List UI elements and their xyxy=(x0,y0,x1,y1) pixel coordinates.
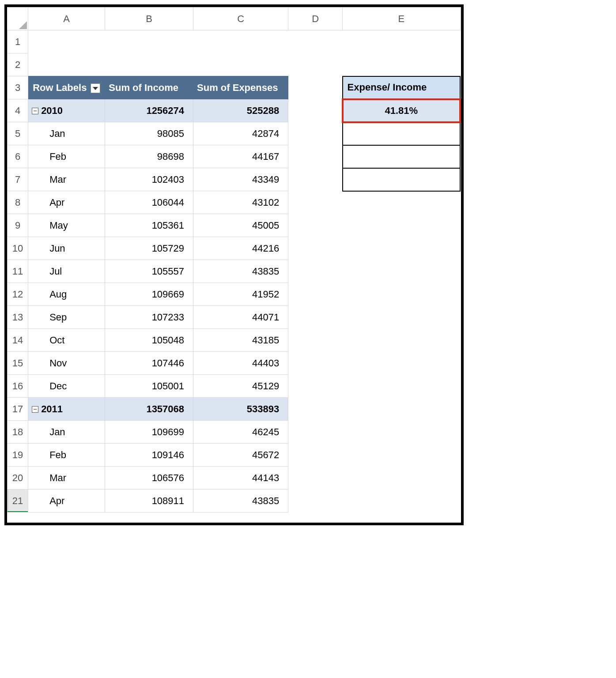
col-header-E[interactable]: E xyxy=(343,8,460,30)
income-cell[interactable]: 105001 xyxy=(105,375,193,398)
month-label[interactable]: Jun xyxy=(28,237,105,260)
row-header-18[interactable]: 18 xyxy=(8,421,28,444)
pivot-header-expenses[interactable]: Sum of Expenses xyxy=(193,76,288,99)
cell-A1[interactable] xyxy=(28,30,105,53)
row-header-8[interactable]: 8 xyxy=(8,191,28,214)
collapse-icon[interactable]: − xyxy=(32,108,38,114)
income-2010[interactable]: 1256274 xyxy=(105,99,193,122)
cell-B2[interactable] xyxy=(105,53,193,76)
cell-D6[interactable] xyxy=(288,145,343,168)
cell-E10[interactable] xyxy=(343,237,460,260)
cell-C2[interactable] xyxy=(193,53,288,76)
ratio-value-2[interactable] xyxy=(343,122,460,145)
row-header-12[interactable]: 12 xyxy=(8,283,28,306)
month-label[interactable]: Jul xyxy=(28,260,105,283)
income-cell[interactable]: 105557 xyxy=(105,260,193,283)
col-header-B[interactable]: B xyxy=(105,8,193,30)
month-label[interactable]: Apr xyxy=(28,191,105,214)
pivot-group-2011[interactable]: −2011 xyxy=(28,398,105,421)
row-labels-filter-dropdown[interactable] xyxy=(91,83,100,93)
pivot-header-row-labels[interactable]: Row Labels xyxy=(28,76,105,99)
row-header-2[interactable]: 2 xyxy=(8,53,28,76)
expense-cell[interactable]: 44071 xyxy=(193,306,288,329)
cell-E17[interactable] xyxy=(343,398,460,421)
cell-D16[interactable] xyxy=(288,375,343,398)
income-cell[interactable]: 105729 xyxy=(105,237,193,260)
month-label[interactable]: Sep xyxy=(28,306,105,329)
row-header-15[interactable]: 15 xyxy=(8,352,28,375)
cell-E9[interactable] xyxy=(343,214,460,237)
row-header-11[interactable]: 11 xyxy=(8,260,28,283)
cell-D9[interactable] xyxy=(288,214,343,237)
month-label[interactable]: Mar xyxy=(28,467,105,490)
row-header-16[interactable]: 16 xyxy=(8,375,28,398)
row-header-1[interactable]: 1 xyxy=(8,30,28,53)
row-header-19[interactable]: 19 xyxy=(8,444,28,467)
month-label[interactable]: Dec xyxy=(28,375,105,398)
cell-D20[interactable] xyxy=(288,467,343,490)
income-cell[interactable]: 105048 xyxy=(105,329,193,352)
cell-E12[interactable] xyxy=(343,283,460,306)
cell-E13[interactable] xyxy=(343,306,460,329)
cell-D17[interactable] xyxy=(288,398,343,421)
row-header-13[interactable]: 13 xyxy=(8,306,28,329)
row-header-5[interactable]: 5 xyxy=(8,122,28,145)
row-header-21[interactable]: 21 xyxy=(8,490,28,512)
cell-D21[interactable] xyxy=(288,490,343,512)
cell-E1[interactable] xyxy=(343,30,460,53)
ratio-value-4[interactable] xyxy=(343,168,460,191)
income-2011[interactable]: 1357068 xyxy=(105,398,193,421)
income-cell[interactable]: 107233 xyxy=(105,306,193,329)
income-cell[interactable]: 106044 xyxy=(105,191,193,214)
cell-D4[interactable] xyxy=(288,99,343,122)
cell-D1[interactable] xyxy=(288,30,343,53)
cell-E21[interactable] xyxy=(343,490,460,512)
cell-B1[interactable] xyxy=(105,30,193,53)
row-header-17[interactable]: 17 xyxy=(8,398,28,421)
income-cell[interactable]: 109669 xyxy=(105,283,193,306)
expense-cell[interactable]: 43349 xyxy=(193,168,288,191)
cell-E20[interactable] xyxy=(343,467,460,490)
cell-E16[interactable] xyxy=(343,375,460,398)
cell-D5[interactable] xyxy=(288,122,343,145)
cell-A2[interactable] xyxy=(28,53,105,76)
row-header-20[interactable]: 20 xyxy=(8,467,28,490)
row-header-9[interactable]: 9 xyxy=(8,214,28,237)
col-header-D[interactable]: D xyxy=(288,8,343,30)
cell-D7[interactable] xyxy=(288,168,343,191)
income-cell[interactable]: 106576 xyxy=(105,467,193,490)
expense-cell[interactable]: 45129 xyxy=(193,375,288,398)
month-label[interactable]: Feb xyxy=(28,444,105,467)
row-header-7[interactable]: 7 xyxy=(8,168,28,191)
select-all-corner[interactable] xyxy=(8,8,28,30)
month-label[interactable]: Mar xyxy=(28,168,105,191)
expense-cell[interactable]: 44403 xyxy=(193,352,288,375)
expense-cell[interactable]: 44216 xyxy=(193,237,288,260)
cell-E11[interactable] xyxy=(343,260,460,283)
cell-E8[interactable] xyxy=(343,191,460,214)
cell-D15[interactable] xyxy=(288,352,343,375)
cell-C1[interactable] xyxy=(193,30,288,53)
expense-cell[interactable]: 43835 xyxy=(193,490,288,512)
cell-E15[interactable] xyxy=(343,352,460,375)
ratio-value-1[interactable]: 41.81% xyxy=(343,99,460,122)
ratio-value-3[interactable] xyxy=(343,145,460,168)
month-label[interactable]: Feb xyxy=(28,145,105,168)
income-cell[interactable]: 105361 xyxy=(105,214,193,237)
expense-cell[interactable]: 45005 xyxy=(193,214,288,237)
cell-D2[interactable] xyxy=(288,53,343,76)
spreadsheet-grid[interactable]: A B C D E 1 2 3 Row Labels Sum of Income… xyxy=(7,7,461,512)
pivot-group-2010[interactable]: −2010 xyxy=(28,99,105,122)
month-label[interactable]: Oct xyxy=(28,329,105,352)
month-label[interactable]: Jan xyxy=(28,122,105,145)
income-cell[interactable]: 107446 xyxy=(105,352,193,375)
cell-D11[interactable] xyxy=(288,260,343,283)
expense-cell[interactable]: 43835 xyxy=(193,260,288,283)
expense-cell[interactable]: 45672 xyxy=(193,444,288,467)
cell-D14[interactable] xyxy=(288,329,343,352)
cell-D10[interactable] xyxy=(288,237,343,260)
row-header-3[interactable]: 3 xyxy=(8,76,28,99)
col-header-C[interactable]: C xyxy=(193,8,288,30)
pivot-header-income[interactable]: Sum of Income xyxy=(105,76,193,99)
collapse-icon[interactable]: − xyxy=(32,406,38,413)
